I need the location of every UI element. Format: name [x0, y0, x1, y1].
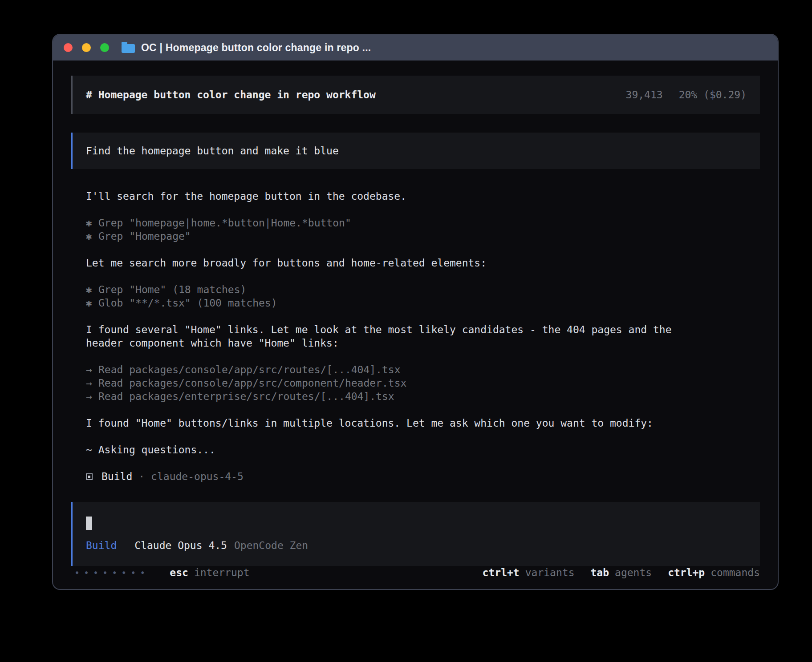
mode-label[interactable]: Build	[86, 540, 117, 551]
folder-icon	[122, 44, 135, 53]
text-cursor	[86, 517, 92, 530]
minimize-button[interactable]	[82, 43, 91, 52]
tool-bullet-icon: ✱	[86, 216, 98, 230]
context-cost: 20% ($0.29)	[679, 89, 747, 101]
assistant-text: I found "Home" buttons/links in multiple…	[86, 416, 760, 430]
zoom-button[interactable]	[100, 43, 109, 52]
arrow-right-icon: →	[86, 390, 98, 403]
terminal-content: # Homepage button color change in repo w…	[53, 61, 778, 590]
terminal-window: OC | Homepage button color change in rep…	[52, 34, 779, 590]
tool-call-text: Glob "**/*.tsx" (100 matches)	[98, 297, 277, 309]
agent-name: Build	[102, 470, 132, 483]
shortcut-key: ctrl+t	[483, 567, 520, 578]
token-count: 39,413	[626, 89, 663, 101]
shortcut-label: variants	[525, 567, 575, 578]
tool-call-text: Grep "Home" (18 matches)	[98, 284, 246, 295]
tool-bullet-icon: ✱	[86, 296, 98, 310]
window-title: OC | Homepage button color change in rep…	[141, 42, 371, 54]
arrow-right-icon: →	[86, 376, 98, 390]
session-stats: 39,413 20% ($0.29)	[626, 89, 747, 101]
spinner-dots: ••••••••	[74, 567, 149, 578]
agent-separator: ·	[138, 470, 145, 483]
user-message: Find the homepage button and make it blu…	[71, 133, 760, 169]
shortcut-key: ctrl+p	[668, 567, 705, 578]
session-header: # Homepage button color change in repo w…	[71, 76, 760, 114]
asking-questions-status: ~ Asking questions...	[86, 443, 760, 456]
read-file-line: →Read packages/console/app/src/routes/[.…	[86, 363, 760, 376]
statusbar: •••••••• esc interrupt ctrl+t variants t…	[71, 567, 760, 578]
agent-status-line: Build · claude-opus-4-5	[86, 470, 760, 483]
tool-call-text: Grep "homepage|home.*button|Home.*button…	[98, 217, 351, 229]
agent-model: claude-opus-4-5	[151, 470, 244, 483]
titlebar[interactable]: OC | Homepage button color change in rep…	[53, 35, 778, 61]
tool-call-text: Grep "Homepage"	[98, 230, 191, 242]
shortcut-variants: ctrl+t variants	[483, 567, 575, 578]
shortcut-commands: ctrl+p commands	[668, 567, 760, 578]
arrow-right-icon: →	[86, 363, 98, 376]
input-meta: Build Claude Opus 4.5 OpenCode Zen	[86, 540, 308, 551]
read-file-text: Read packages/console/app/src/component/…	[98, 377, 406, 389]
interrupt-label: interrupt	[194, 567, 250, 578]
tool-call-line: ✱Grep "homepage|home.*button|Home.*butto…	[86, 216, 760, 230]
tool-bullet-icon: ✱	[86, 283, 98, 296]
shortcut-label: agents	[615, 567, 652, 578]
tool-call-line: ✱Grep "Homepage"	[86, 230, 760, 243]
esc-key-hint: esc	[170, 567, 188, 578]
shortcut-agents: tab agents	[590, 567, 652, 578]
transcript: I'll search for the homepage button in t…	[86, 190, 760, 470]
assistant-text: I'll search for the homepage button in t…	[86, 190, 760, 203]
prompt-input[interactable]: Build Claude Opus 4.5 OpenCode Zen	[71, 502, 760, 566]
build-agent-icon	[86, 473, 93, 480]
user-message-text: Find the homepage button and make it blu…	[86, 145, 339, 157]
provider-label: OpenCode Zen	[234, 540, 308, 551]
read-file-line: →Read packages/enterprise/src/routes/[..…	[86, 390, 760, 403]
read-file-line: →Read packages/console/app/src/component…	[86, 376, 760, 390]
tool-call-line: ✱Glob "**/*.tsx" (100 matches)	[86, 296, 760, 310]
assistant-text: Let me search more broadly for buttons a…	[86, 256, 760, 270]
tool-bullet-icon: ✱	[86, 230, 98, 243]
shortcut-label: commands	[710, 567, 760, 578]
traffic-lights	[64, 43, 109, 52]
shortcut-key: tab	[590, 567, 609, 578]
read-file-text: Read packages/console/app/src/routes/[..…	[98, 364, 401, 375]
close-button[interactable]	[64, 43, 73, 52]
tool-call-line: ✱Grep "Home" (18 matches)	[86, 283, 760, 296]
statusbar-right: ctrl+t variants tab agents ctrl+p comman…	[483, 567, 760, 578]
read-file-text: Read packages/enterprise/src/routes/[...…	[98, 391, 394, 402]
session-title: # Homepage button color change in repo w…	[86, 89, 376, 101]
statusbar-left: •••••••• esc interrupt	[71, 567, 250, 578]
assistant-text: I found several "Home" links. Let me loo…	[86, 323, 687, 350]
model-label[interactable]: Claude Opus 4.5	[134, 540, 227, 551]
